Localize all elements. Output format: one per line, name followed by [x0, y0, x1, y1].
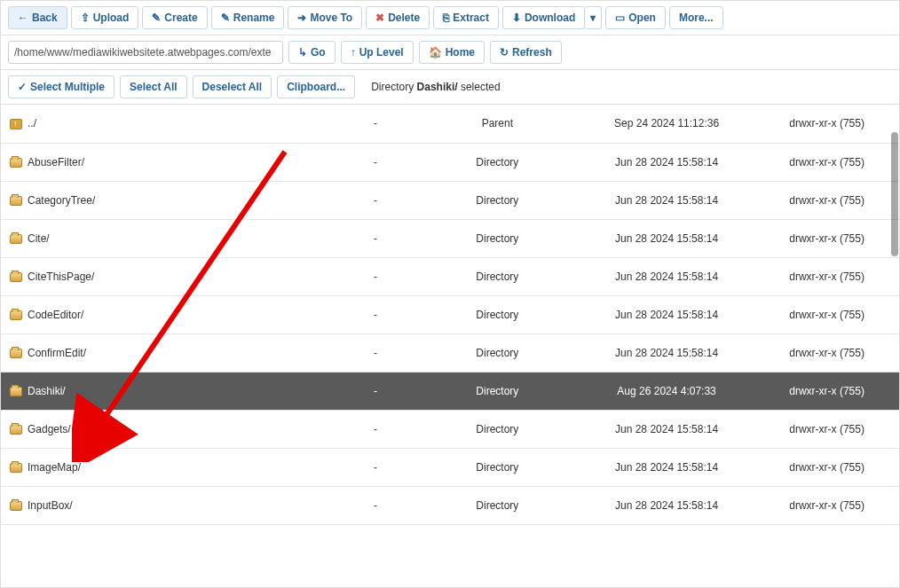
cell-date: Jun 28 2024 15:58:14: [579, 448, 754, 486]
table-row[interactable]: AbuseFilter/-DirectoryJun 28 2024 15:58:…: [1, 143, 899, 181]
table-row[interactable]: CategoryTree/-DirectoryJun 28 2024 15:58…: [1, 181, 899, 219]
open-icon: ▭: [615, 12, 625, 24]
create-label: Create: [164, 12, 197, 24]
cell-type: Directory: [416, 448, 579, 486]
parent-folder-icon: [10, 119, 22, 129]
refresh-label: Refresh: [512, 46, 552, 59]
file-table-container: ../-ParentSep 24 2024 11:12:36drwxr-xr-x…: [1, 105, 899, 561]
file-name: Cite/: [28, 232, 50, 245]
file-name: Gadgets/: [28, 423, 71, 435]
delete-button[interactable]: ✖Delete: [366, 6, 430, 29]
cell-date: Jun 28 2024 15:58:14: [579, 333, 754, 372]
cell-size: -: [335, 143, 416, 181]
back-label: Back: [32, 12, 58, 24]
select-multiple-button[interactable]: ✓Select Multiple: [8, 75, 114, 98]
cell-perm: drwxr-xr-x (755): [754, 295, 899, 333]
table-row[interactable]: InputBox/-DirectoryJun 28 2024 15:58:14d…: [1, 486, 899, 524]
folder-icon: [10, 463, 22, 473]
table-row[interactable]: Gadgets/-DirectoryJun 28 2024 15:58:14dr…: [1, 410, 899, 448]
cell-type: Directory: [416, 333, 579, 372]
file-manager-window: ←Back ⇪Upload ✎Create ✎Rename ➜Move To ✖…: [0, 0, 900, 588]
home-button[interactable]: 🏠Home: [419, 41, 485, 64]
deselect-all-label: Deselect All: [202, 81, 263, 93]
more-button[interactable]: More...: [669, 6, 723, 29]
cell-size: -: [335, 372, 416, 410]
table-row[interactable]: ConfirmEdit/-DirectoryJun 28 2024 15:58:…: [1, 333, 899, 372]
folder-icon: [10, 234, 22, 244]
refresh-button[interactable]: ↻Refresh: [490, 41, 562, 64]
selection-toolbar: ✓Select Multiple Select All Deselect All…: [1, 70, 899, 105]
up-level-label: Up Level: [359, 46, 404, 59]
table-row[interactable]: ImageMap/-DirectoryJun 28 2024 15:58:14d…: [1, 448, 899, 486]
cell-date: Jun 28 2024 15:58:14: [579, 295, 754, 333]
folder-icon: [10, 158, 22, 168]
cell-size: -: [335, 181, 416, 219]
file-name: ConfirmEdit/: [28, 347, 86, 359]
table-row[interactable]: CodeEditor/-DirectoryJun 28 2024 15:58:1…: [1, 295, 899, 333]
move-to-label: Move To: [310, 12, 352, 24]
cell-type: Parent: [416, 105, 579, 143]
check-icon: ✓: [18, 81, 27, 93]
cell-date: Jun 28 2024 15:58:14: [579, 486, 754, 524]
go-button[interactable]: ↳Go: [288, 41, 336, 64]
cell-date: Jun 28 2024 15:58:14: [579, 257, 754, 295]
move-icon: ➜: [297, 12, 306, 24]
cell-perm: drwxr-xr-x (755): [754, 257, 899, 295]
move-to-button[interactable]: ➜Move To: [288, 6, 362, 29]
delete-icon: ✖: [375, 12, 384, 24]
file-name: Dashiki/: [28, 385, 66, 397]
file-name: ImageMap/: [28, 461, 81, 474]
status-suffix: selected: [458, 81, 501, 93]
path-input[interactable]: [8, 41, 283, 64]
create-button[interactable]: ✎Create: [142, 6, 207, 29]
clipboard-button[interactable]: Clipboard...: [277, 75, 355, 98]
download-button[interactable]: ⬇Download: [502, 6, 585, 29]
rename-button[interactable]: ✎Rename: [211, 6, 285, 29]
cell-size: -: [335, 448, 416, 486]
cell-perm: drwxr-xr-x (755): [754, 372, 899, 410]
create-icon: ✎: [152, 12, 161, 24]
cell-type: Directory: [416, 295, 579, 333]
file-name: CodeEditor/: [28, 309, 83, 321]
main-toolbar: ←Back ⇪Upload ✎Create ✎Rename ➜Move To ✖…: [1, 1, 899, 35]
open-button[interactable]: ▭Open: [605, 6, 666, 29]
select-multiple-label: Select Multiple: [30, 81, 105, 93]
table-row[interactable]: Cite/-DirectoryJun 28 2024 15:58:14drwxr…: [1, 219, 899, 257]
folder-icon: [10, 425, 22, 435]
cell-perm: drwxr-xr-x (755): [754, 486, 899, 524]
go-icon: ↳: [298, 46, 307, 59]
cell-type: Directory: [416, 143, 579, 181]
cell-size: -: [335, 219, 416, 257]
table-row[interactable]: Dashiki/-DirectoryAug 26 2024 4:07:33drw…: [1, 372, 899, 410]
file-name: CategoryTree/: [28, 194, 95, 207]
scrollbar-thumb[interactable]: [891, 132, 898, 256]
back-button[interactable]: ←Back: [8, 6, 67, 29]
cell-size: -: [335, 295, 416, 333]
extract-button[interactable]: ⎘Extract: [433, 6, 499, 29]
folder-icon: [10, 272, 22, 282]
cell-size: -: [335, 333, 416, 372]
folder-icon: [10, 501, 22, 511]
download-dropdown-button[interactable]: ▾: [585, 6, 602, 29]
upload-button[interactable]: ⇪Upload: [71, 6, 139, 29]
status-prefix: Directory: [371, 81, 416, 93]
select-all-label: Select All: [130, 81, 178, 93]
arrow-up-icon: ↑: [351, 46, 356, 59]
table-row[interactable]: CiteThisPage/-DirectoryJun 28 2024 15:58…: [1, 257, 899, 295]
cell-perm: drwxr-xr-x (755): [754, 105, 899, 143]
arrow-left-icon: ←: [18, 12, 28, 24]
cell-type: Directory: [416, 257, 579, 295]
go-label: Go: [311, 46, 326, 59]
deselect-all-button[interactable]: Deselect All: [193, 75, 272, 98]
download-icon: ⬇: [512, 12, 521, 24]
table-row[interactable]: ../-ParentSep 24 2024 11:12:36drwxr-xr-x…: [1, 105, 899, 143]
clipboard-label: Clipboard...: [287, 81, 345, 93]
open-label: Open: [628, 12, 656, 24]
up-level-button[interactable]: ↑Up Level: [341, 41, 414, 64]
select-all-button[interactable]: Select All: [120, 75, 187, 98]
extract-icon: ⎘: [443, 12, 449, 24]
folder-icon: [10, 349, 22, 358]
more-label: More...: [679, 12, 714, 24]
path-toolbar: ↳Go ↑Up Level 🏠Home ↻Refresh: [1, 35, 899, 70]
rename-label: Rename: [233, 12, 275, 24]
